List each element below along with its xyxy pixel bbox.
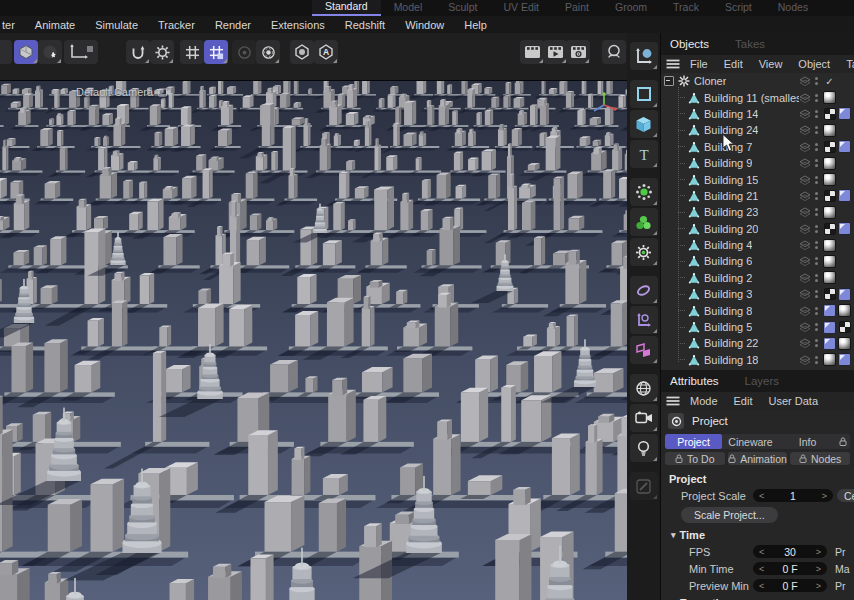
layers-icon[interactable]: [799, 158, 811, 168]
objects-menu-view[interactable]: View: [751, 58, 791, 70]
scale-unit-dropdown[interactable]: Centi: [837, 489, 854, 502]
object-row[interactable]: Building 2: [661, 270, 854, 286]
stepper-next-icon[interactable]: >: [822, 491, 827, 501]
object-row[interactable]: Building 24: [661, 122, 854, 138]
visibility-dots[interactable]: [815, 306, 818, 316]
layers-icon[interactable]: [799, 273, 811, 283]
layers-icon[interactable]: [799, 289, 811, 299]
mograph-array-button[interactable]: [630, 208, 658, 236]
object-row[interactable]: Building 22: [661, 335, 854, 351]
object-row[interactable]: Building 21: [661, 188, 854, 204]
cloner-row[interactable]: Cloner ✓: [661, 73, 854, 89]
layers-icon[interactable]: [799, 322, 811, 332]
object-row-label[interactable]: Building 11 (smallest): [704, 92, 799, 104]
attr-menu-mode[interactable]: Mode: [682, 395, 726, 407]
menu-item-redshift[interactable]: Redshift: [335, 19, 395, 31]
spline-pen-button[interactable]: [630, 42, 658, 70]
material-sphere-icon[interactable]: [823, 157, 836, 170]
object-row[interactable]: Building 20: [661, 221, 854, 237]
menu-item-window[interactable]: Window: [395, 19, 454, 31]
mode-tab-clipped[interactable]: [836, 434, 850, 449]
layout-tab-script[interactable]: Script: [712, 0, 765, 16]
menu-item-render[interactable]: Render: [205, 19, 261, 31]
layers-icon[interactable]: [799, 306, 811, 316]
phong-tag-icon[interactable]: [838, 189, 851, 202]
objects-menu-edit[interactable]: Edit: [716, 58, 751, 70]
snap-grid-button[interactable]: [180, 40, 204, 64]
cube-primitive-button[interactable]: [630, 110, 658, 138]
clipped-tool-button[interactable]: [0, 40, 12, 64]
workplane-button[interactable]: [64, 40, 98, 64]
hamburger-icon[interactable]: [666, 396, 680, 406]
layout-tab-track[interactable]: Track: [660, 0, 712, 16]
material-sphere-icon[interactable]: [823, 239, 836, 252]
min-time-stepper[interactable]: < 0 F >: [753, 562, 827, 575]
render-sphere-button[interactable]: [38, 40, 62, 64]
project-scale-stepper[interactable]: < 1 >: [753, 489, 833, 502]
menu-item-simulate[interactable]: Simulate: [85, 19, 148, 31]
mode-tab-project[interactable]: Project: [665, 434, 722, 449]
render-film-settings-button[interactable]: [566, 40, 590, 64]
light-button[interactable]: [630, 434, 658, 462]
motext-button[interactable]: T: [630, 140, 658, 168]
mograph-cloner-button[interactable]: [630, 178, 658, 206]
camera-orbit-button[interactable]: [602, 40, 626, 64]
mode-tab-cineware[interactable]: Cineware: [722, 434, 779, 449]
object-row[interactable]: Building 7: [661, 139, 854, 155]
material-sphere-icon[interactable]: [823, 124, 836, 137]
layers-icon[interactable]: [799, 355, 811, 365]
objects-menu-object[interactable]: Object: [790, 58, 838, 70]
make-editable-button[interactable]: [14, 40, 38, 64]
menu-item-help[interactable]: Help: [454, 19, 497, 31]
layers-icon[interactable]: [799, 125, 811, 135]
object-row-label[interactable]: Building 18: [704, 354, 758, 366]
object-row[interactable]: Building 23: [661, 204, 854, 220]
preview-min-value[interactable]: 0 F: [782, 580, 797, 592]
checker-texture-icon[interactable]: [839, 321, 851, 333]
material-manager-button[interactable]: [290, 40, 314, 64]
layers-icon[interactable]: [799, 76, 811, 86]
objects-menu-tags[interactable]: Tags: [838, 58, 854, 70]
checker-texture-icon[interactable]: [824, 190, 836, 202]
collapse-toggle[interactable]: [664, 76, 674, 86]
snap-grid-enabled-button[interactable]: [204, 40, 228, 64]
layout-tab-model[interactable]: Model: [381, 0, 436, 16]
enabled-checkmark[interactable]: ✓: [825, 76, 833, 87]
visibility-dots[interactable]: [815, 273, 818, 283]
object-row-label[interactable]: Building 20: [704, 223, 758, 235]
layout-tab-sculpt[interactable]: Sculpt: [435, 0, 490, 16]
phong-tag-icon[interactable]: [823, 304, 836, 317]
object-row-label[interactable]: Building 3: [704, 288, 752, 300]
layers-icon[interactable]: [799, 240, 811, 250]
section-title-time[interactable]: ▾ Time: [661, 526, 854, 543]
visibility-dots[interactable]: [815, 76, 818, 86]
object-row-label[interactable]: Building 23: [704, 206, 758, 218]
visibility-dots[interactable]: [815, 175, 818, 185]
layers-icon[interactable]: [799, 191, 811, 201]
tab-takes[interactable]: Takes: [735, 38, 765, 50]
stepper-prev-icon[interactable]: <: [759, 581, 764, 591]
active-object-row[interactable]: Project: [661, 410, 854, 432]
object-row[interactable]: Building 18: [661, 352, 854, 368]
object-row[interactable]: Building 9: [661, 155, 854, 171]
object-row-label[interactable]: Building 22: [704, 337, 758, 349]
visibility-dots[interactable]: [815, 289, 818, 299]
layers-icon[interactable]: [799, 175, 811, 185]
visibility-dots[interactable]: [815, 158, 818, 168]
rotate-tool-button[interactable]: [126, 40, 150, 64]
phong-tag-icon[interactable]: [823, 321, 836, 334]
layout-tab-standard[interactable]: Standard: [312, 0, 381, 16]
object-row-label[interactable]: Building 6: [704, 255, 752, 267]
menu-item-truncated[interactable]: ter: [0, 19, 25, 31]
attr-menu-userdata[interactable]: User Data: [761, 395, 827, 407]
material-sphere-icon[interactable]: [823, 271, 836, 284]
object-row[interactable]: Building 8: [661, 302, 854, 318]
axis-gizmo-icon[interactable]: [590, 91, 618, 119]
checker-texture-icon[interactable]: [824, 223, 836, 235]
mograph-effector-button[interactable]: [630, 238, 658, 266]
mode-tab-info[interactable]: Info: [779, 434, 836, 449]
phong-tag-icon[interactable]: [838, 222, 851, 235]
cat-tab-nodes[interactable]: Nodes: [790, 452, 850, 465]
checker-texture-icon[interactable]: [824, 141, 836, 153]
layers-icon[interactable]: [799, 142, 811, 152]
